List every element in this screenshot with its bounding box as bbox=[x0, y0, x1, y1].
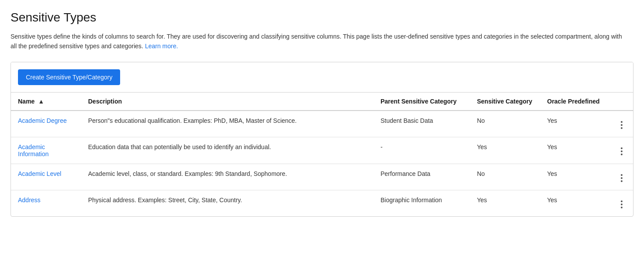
table-row: Academic Degree Person"s educational qua… bbox=[11, 111, 633, 137]
cell-sensitive-0: No bbox=[470, 111, 540, 137]
row-actions-menu-1[interactable] bbox=[617, 146, 626, 157]
col-header-sensitive-category: Sensitive Category bbox=[470, 93, 540, 111]
col-header-parent-label: Parent Sensitive Category bbox=[381, 98, 457, 105]
sort-ascending-icon: ▲ bbox=[38, 98, 44, 105]
page-title: Sensitive Types bbox=[11, 11, 633, 25]
row-actions-menu-2[interactable] bbox=[617, 172, 626, 184]
table-row: Academic Level Academic level, class, or… bbox=[11, 164, 633, 190]
cell-actions-2 bbox=[610, 164, 633, 190]
learn-more-link[interactable]: Learn more. bbox=[145, 43, 178, 50]
cell-description-0: Person"s educational qualification. Exam… bbox=[81, 111, 374, 137]
sensitive-types-table: Name ▲ Description Parent Sensitive Cate… bbox=[11, 93, 633, 216]
cell-parent-3: Biographic Information bbox=[374, 190, 470, 216]
name-link-3[interactable]: Address bbox=[18, 197, 40, 204]
cell-name-0: Academic Degree bbox=[11, 111, 81, 137]
sensitive-types-table-container: Create Sensitive Type/Category Name ▲ De… bbox=[11, 62, 633, 217]
cell-description-1: Education data that can potentially be u… bbox=[81, 137, 374, 164]
cell-name-2: Academic Level bbox=[11, 164, 81, 190]
create-sensitive-type-button[interactable]: Create Sensitive Type/Category bbox=[18, 69, 120, 85]
col-header-sensitive-label: Sensitive Category bbox=[477, 98, 532, 105]
cell-parent-1: - bbox=[374, 137, 470, 164]
table-row: Address Physical address. Examples: Stre… bbox=[11, 190, 633, 216]
cell-oracle-3: Yes bbox=[540, 190, 610, 216]
row-actions-menu-3[interactable] bbox=[617, 199, 626, 210]
col-header-oracle-predefined: Oracle Predefined bbox=[540, 93, 610, 111]
name-link-2[interactable]: Academic Level bbox=[18, 170, 61, 177]
col-header-actions bbox=[610, 93, 633, 111]
cell-description-3: Physical address. Examples: Street, City… bbox=[81, 190, 374, 216]
cell-sensitive-1: Yes bbox=[470, 137, 540, 164]
cell-sensitive-2: No bbox=[470, 164, 540, 190]
cell-oracle-2: Yes bbox=[540, 164, 610, 190]
cell-actions-0 bbox=[610, 111, 633, 137]
col-header-name-label: Name bbox=[18, 98, 35, 105]
cell-oracle-1: Yes bbox=[540, 137, 610, 164]
description-text: Sensitive types define the kinds of colu… bbox=[11, 33, 622, 50]
col-header-description-label: Description bbox=[88, 98, 122, 105]
table-row: Academic Information Education data that… bbox=[11, 137, 633, 164]
cell-parent-2: Performance Data bbox=[374, 164, 470, 190]
cell-actions-1 bbox=[610, 137, 633, 164]
toolbar: Create Sensitive Type/Category bbox=[11, 62, 633, 93]
cell-sensitive-3: Yes bbox=[470, 190, 540, 216]
col-header-name[interactable]: Name ▲ bbox=[11, 93, 81, 111]
cell-oracle-0: Yes bbox=[540, 111, 610, 137]
name-link-1[interactable]: Academic Information bbox=[18, 143, 49, 157]
cell-actions-3 bbox=[610, 190, 633, 216]
row-actions-menu-0[interactable] bbox=[617, 119, 626, 131]
col-header-parent-sensitive-category: Parent Sensitive Category bbox=[374, 93, 470, 111]
cell-description-2: Academic level, class, or standard. Exam… bbox=[81, 164, 374, 190]
cell-name-1: Academic Information bbox=[11, 137, 81, 164]
cell-parent-0: Student Basic Data bbox=[374, 111, 470, 137]
page-description: Sensitive types define the kinds of colu… bbox=[11, 32, 624, 51]
table-header-row: Name ▲ Description Parent Sensitive Cate… bbox=[11, 93, 633, 111]
cell-name-3: Address bbox=[11, 190, 81, 216]
col-header-oracle-label: Oracle Predefined bbox=[547, 98, 600, 105]
name-link-0[interactable]: Academic Degree bbox=[18, 117, 67, 124]
col-header-description: Description bbox=[81, 93, 374, 111]
